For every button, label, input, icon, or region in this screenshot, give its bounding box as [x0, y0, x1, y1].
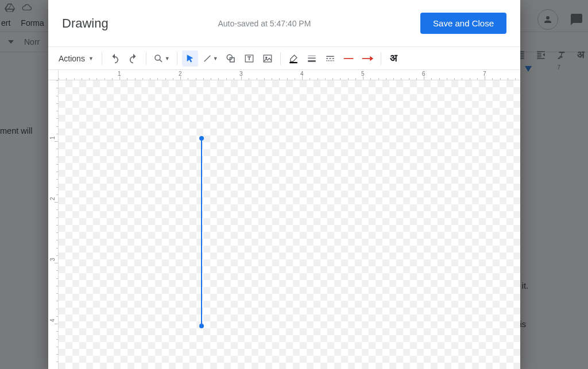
drawing-canvas-area: 1234567 1234: [48, 70, 520, 369]
svg-rect-9: [308, 60, 316, 62]
toolbar-separator: [381, 52, 381, 65]
line-color-button[interactable]: [285, 51, 301, 67]
ruler-h-number: 7: [483, 71, 486, 77]
svg-rect-17: [331, 60, 332, 61]
svg-rect-20: [362, 58, 370, 59]
svg-rect-12: [329, 58, 331, 59]
line-tool[interactable]: ▼: [200, 51, 220, 67]
ruler-v-number: 1: [49, 136, 56, 139]
actions-menu[interactable]: Actions ▼: [55, 54, 97, 63]
chevron-down-icon: ▼: [88, 56, 94, 61]
ruler-h-number: 5: [361, 71, 365, 77]
autosave-status: Auto-saved at 5:47:40 PM: [109, 19, 420, 28]
ruler-h-number: 1: [118, 71, 121, 77]
ruler-horizontal[interactable]: 1234567: [59, 70, 520, 80]
svg-rect-11: [326, 58, 328, 59]
ruler-vertical[interactable]: 1234: [48, 80, 59, 369]
ruler-v-number: 3: [49, 258, 56, 261]
line-dash-button[interactable]: [322, 51, 338, 67]
line-start-button[interactable]: [341, 51, 357, 67]
svg-rect-15: [328, 60, 329, 61]
svg-rect-6: [289, 62, 297, 63]
translate-glyph: अ: [390, 52, 397, 64]
select-tool[interactable]: [182, 51, 198, 67]
svg-rect-14: [326, 60, 327, 61]
drawing-toolbar: Actions ▼ ▼ ▼: [48, 47, 520, 70]
toolbar-separator: [280, 52, 281, 65]
line-handle-top[interactable]: [199, 136, 204, 141]
actions-label: Actions: [59, 54, 85, 63]
ruler-h-number: 2: [179, 71, 182, 77]
svg-rect-13: [332, 58, 334, 59]
svg-point-5: [265, 57, 266, 58]
ruler-h-number: 6: [422, 71, 425, 77]
toolbar-separator: [102, 52, 102, 65]
svg-rect-19: [343, 58, 353, 59]
chevron-down-icon: ▼: [165, 56, 170, 61]
toolbar-separator: [146, 52, 146, 65]
chevron-down-icon: ▼: [213, 56, 218, 61]
save-close-button[interactable]: Save and Close: [420, 13, 506, 34]
undo-button[interactable]: [107, 51, 123, 67]
drawing-canvas[interactable]: [59, 80, 520, 369]
svg-rect-7: [308, 55, 316, 56]
drawing-modal: Drawing Auto-saved at 5:47:40 PM Save an…: [48, 0, 520, 369]
zoom-button[interactable]: ▼: [151, 51, 172, 67]
ruler-v-number: 2: [49, 197, 56, 200]
svg-rect-4: [264, 55, 272, 62]
ruler-corner: [48, 70, 59, 80]
line-weight-button[interactable]: [304, 51, 320, 67]
svg-rect-8: [308, 57, 316, 59]
ruler-h-number: 3: [239, 71, 243, 77]
svg-point-0: [155, 55, 160, 60]
drawing-title: Drawing: [62, 16, 109, 31]
svg-rect-18: [333, 60, 334, 61]
image-tool[interactable]: [260, 51, 276, 67]
drawn-line-shape[interactable]: [201, 138, 202, 326]
textbox-tool[interactable]: [241, 51, 257, 67]
svg-rect-16: [330, 60, 331, 61]
ruler-h-number: 4: [300, 71, 304, 77]
svg-rect-10: [326, 56, 334, 57]
drawing-header: Drawing Auto-saved at 5:47:40 PM Save an…: [48, 0, 520, 47]
ruler-v-number: 4: [49, 318, 56, 322]
toolbar-separator: [177, 52, 177, 65]
translate-button[interactable]: अ: [386, 51, 402, 67]
line-end-button[interactable]: [359, 51, 376, 67]
line-handle-bottom[interactable]: [199, 324, 204, 328]
redo-button[interactable]: [125, 51, 141, 67]
shape-tool[interactable]: [223, 51, 239, 67]
